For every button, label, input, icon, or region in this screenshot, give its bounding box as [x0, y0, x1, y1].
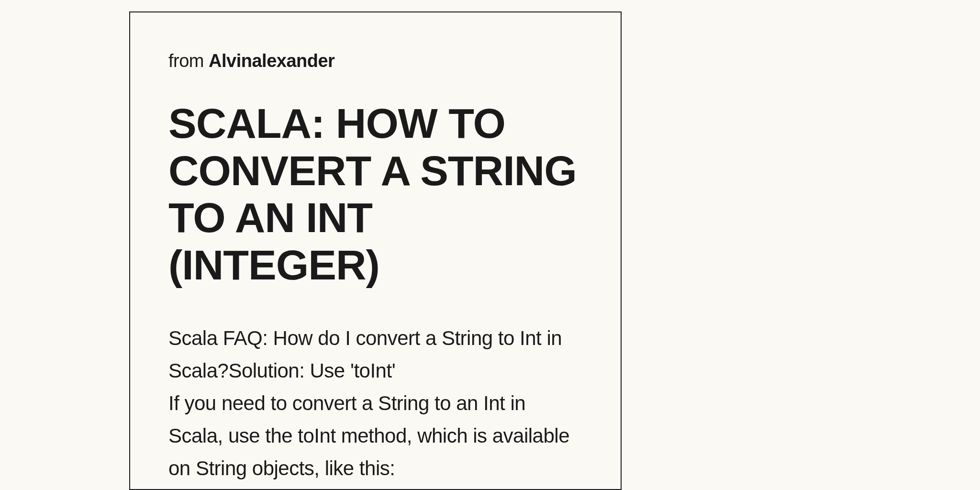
from-label: from: [168, 51, 209, 71]
article-body: Scala FAQ: How do I convert a String to …: [168, 322, 582, 485]
article-container: from Alvinalexander SCALA: HOW TO CONVER…: [129, 11, 622, 490]
body-paragraph-1: Scala FAQ: How do I convert a String to …: [168, 322, 582, 387]
author-name: Alvinalexander: [209, 51, 334, 71]
source-line: from Alvinalexander: [168, 51, 582, 71]
article-title: SCALA: HOW TO CONVERT A STRING TO AN INT…: [168, 100, 582, 289]
body-paragraph-2: If you need to convert a String to an In…: [168, 387, 582, 485]
